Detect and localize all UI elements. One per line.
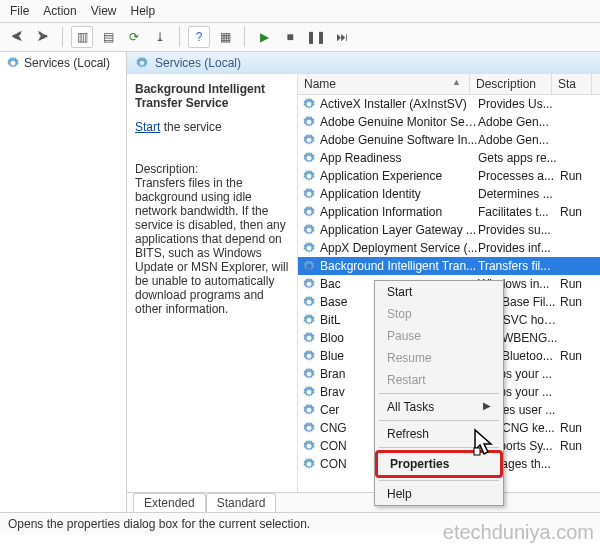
cell-name: Application Identity: [320, 187, 478, 201]
gear-icon: [302, 151, 316, 165]
col-status[interactable]: Sta: [552, 74, 592, 94]
gear-icon: [302, 457, 316, 471]
table-row[interactable]: Adobe Genuine Monitor Ser...Adobe Gen...: [298, 113, 600, 131]
restart-icon[interactable]: ⏭: [331, 26, 353, 48]
help-icon[interactable]: ?: [188, 26, 210, 48]
separator: [62, 27, 63, 47]
cursor-icon: [472, 428, 498, 458]
back-icon[interactable]: ⮜: [6, 26, 28, 48]
cell-desc: Determines ...: [478, 187, 560, 201]
start-link[interactable]: Start: [135, 120, 160, 134]
cell-name: Application Information: [320, 205, 478, 219]
ctx-alltasks[interactable]: All Tasks ▶: [375, 396, 503, 418]
column-headers: Name ▲ Description Sta: [298, 74, 600, 95]
ctx-start[interactable]: Start: [375, 281, 503, 303]
table-row[interactable]: Application IdentityDetermines ...: [298, 185, 600, 203]
cell-desc: Transfers fil...: [478, 259, 560, 273]
list-icon[interactable]: ▤: [97, 26, 119, 48]
menu-view[interactable]: View: [91, 4, 117, 18]
pause-icon[interactable]: ❚❚: [305, 26, 327, 48]
start-link-line: Start the service: [135, 120, 289, 134]
tabs: Extended Standard: [127, 492, 600, 512]
ctx-pause: Pause: [375, 325, 503, 347]
toolbar: ⮜ ⮞ ▥ ▤ ⟳ ⤓ ? ▦ ▶ ■ ❚❚ ⏭: [0, 23, 600, 52]
cell-name: Adobe Genuine Monitor Ser...: [320, 115, 478, 129]
table-row[interactable]: Background Intelligent Tran...Transfers …: [298, 257, 600, 275]
grid-icon[interactable]: ▦: [214, 26, 236, 48]
watermark: etechduniya.com: [443, 521, 594, 544]
main: Services (Local) Services (Local) Backgr…: [0, 52, 600, 512]
table-row[interactable]: AppX Deployment Service (...Provides inf…: [298, 239, 600, 257]
table-row[interactable]: Application ExperienceProcesses a...Run: [298, 167, 600, 185]
col-name[interactable]: Name ▲: [298, 74, 470, 94]
ctx-resume: Resume: [375, 347, 503, 369]
cell-desc: Gets apps re...: [478, 151, 560, 165]
menu-file[interactable]: File: [10, 4, 29, 18]
cell-status: Run: [560, 349, 600, 363]
tree-root[interactable]: Services (Local): [6, 56, 120, 70]
cell-name: Application Layer Gateway ...: [320, 223, 478, 237]
svg-rect-0: [474, 448, 480, 455]
cell-name: Application Experience: [320, 169, 478, 183]
header-title: Services (Local): [155, 56, 241, 70]
play-icon[interactable]: ▶: [253, 26, 275, 48]
gear-icon: [302, 115, 316, 129]
desc-label: Description:: [135, 162, 289, 176]
tree-pane: Services (Local): [0, 52, 127, 512]
cell-status: Run: [560, 205, 600, 219]
cell-desc: Facilitates t...: [478, 205, 560, 219]
cell-name: Adobe Genuine Software In...: [320, 133, 478, 147]
panel-icon[interactable]: ▥: [71, 26, 93, 48]
refresh-icon[interactable]: ⟳: [123, 26, 145, 48]
cell-name: App Readiness: [320, 151, 478, 165]
ctx-separator: [379, 420, 499, 421]
sort-asc-icon: ▲: [452, 77, 461, 87]
table-row[interactable]: Adobe Genuine Software In...Adobe Gen...: [298, 131, 600, 149]
gear-icon: [302, 187, 316, 201]
start-suffix: the service: [160, 120, 221, 134]
menu-action[interactable]: Action: [43, 4, 76, 18]
gear-icon: [6, 56, 20, 70]
gear-icon: [302, 205, 316, 219]
ctx-help[interactable]: Help: [375, 483, 503, 505]
cell-status: Run: [560, 421, 600, 435]
gear-icon: [302, 295, 316, 309]
gear-icon: [302, 241, 316, 255]
col-description[interactable]: Description: [470, 74, 552, 94]
ctx-restart: Restart: [375, 369, 503, 391]
cell-status: Run: [560, 439, 600, 453]
cell-desc: Provides inf...: [478, 241, 560, 255]
separator: [179, 27, 180, 47]
detail-pane: Background Intelligent Transfer Service …: [127, 74, 297, 492]
export-icon[interactable]: ⤓: [149, 26, 171, 48]
tab-standard[interactable]: Standard: [206, 493, 277, 512]
tab-extended[interactable]: Extended: [133, 493, 206, 512]
cell-name: AppX Deployment Service (...: [320, 241, 478, 255]
forward-icon[interactable]: ⮞: [32, 26, 54, 48]
gear-icon: [302, 223, 316, 237]
ctx-stop: Stop: [375, 303, 503, 325]
cell-name: ActiveX Installer (AxInstSV): [320, 97, 478, 111]
tree-root-label: Services (Local): [24, 56, 110, 70]
ctx-separator: [379, 393, 499, 394]
gear-icon: [302, 133, 316, 147]
table-row[interactable]: Application InformationFacilitates t...R…: [298, 203, 600, 221]
cell-status: Run: [560, 169, 600, 183]
table-row[interactable]: Application Layer Gateway ...Provides su…: [298, 221, 600, 239]
stop-icon[interactable]: ■: [279, 26, 301, 48]
menu-help[interactable]: Help: [131, 4, 156, 18]
gear-icon: [302, 97, 316, 111]
gear-icon: [302, 331, 316, 345]
cell-status: Run: [560, 295, 600, 309]
cell-desc: Adobe Gen...: [478, 133, 560, 147]
gear-icon: [302, 403, 316, 417]
table-row[interactable]: App ReadinessGets apps re...: [298, 149, 600, 167]
cell-desc: Processes a...: [478, 169, 560, 183]
cell-desc: Adobe Gen...: [478, 115, 560, 129]
cell-status: Run: [560, 277, 600, 291]
table-row[interactable]: ActiveX Installer (AxInstSV)Provides Us.…: [298, 95, 600, 113]
selected-service-name: Background Intelligent Transfer Service: [135, 82, 289, 110]
cell-name: Background Intelligent Tran...: [320, 259, 478, 273]
cell-desc: Provides Us...: [478, 97, 560, 111]
gear-icon: [135, 56, 149, 70]
